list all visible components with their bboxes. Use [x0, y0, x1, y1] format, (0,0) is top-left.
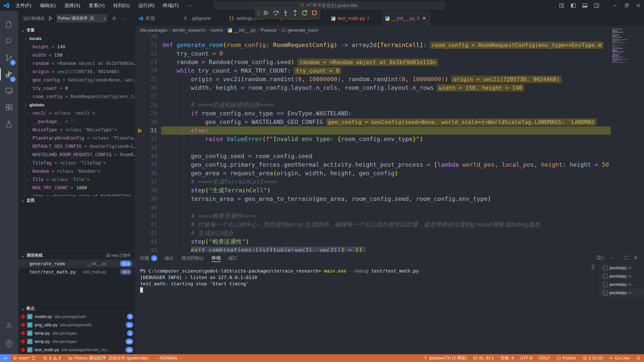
variable-row[interactable]: ›WASTELAND_ROOM_REQUEST_CONFIG = RoomR… [18, 150, 135, 159]
maximize-panel-icon[interactable] [624, 255, 629, 260]
menu-e[interactable]: 编辑(E) [37, 2, 58, 9]
variable-row[interactable]: ›PlanetaryWindConfig = <class 'Planeta… [18, 134, 135, 142]
gear-icon[interactable] [112, 16, 117, 21]
toggle-secondary-sidebar-icon[interactable] [591, 0, 602, 11]
variable-row[interactable]: ›Random = <class 'Random'> [18, 167, 135, 175]
restore-icon[interactable] [621, 0, 632, 11]
debug-step-out-button[interactable] [291, 8, 299, 17]
panel-tab-终端[interactable]: 终端 [212, 255, 221, 262]
call-stack-section-header[interactable]: ⌄调用堆栈 因 step 已暂停 [18, 251, 135, 259]
customize-layout-icon[interactable] [556, 0, 568, 11]
menu-[interactable]: ⋯ [185, 2, 194, 9]
panel-tab-问题[interactable]: 问题3 [140, 255, 157, 262]
minimize-icon[interactable] [609, 0, 621, 11]
breakpoint-checkbox[interactable]: ✓ [27, 347, 32, 352]
tab-close-icon[interactable]: ✕ [422, 16, 426, 21]
toggle-sidebar-icon[interactable] [568, 0, 579, 11]
breadcrumb-item[interactable]: __init__.py [234, 28, 256, 33]
status-author[interactable]: blueloveTH (3 周前) [423, 355, 467, 361]
editor[interactable]: 2021def generate_room(room_config: RoomR… [135, 26, 644, 252]
breadcrumb-item[interactable]: generate_room [288, 28, 318, 33]
watch-section-header[interactable]: ⌄监视 [18, 196, 135, 204]
panel-tab-端口[interactable]: 端口 [228, 255, 237, 262]
variables-section-header[interactable]: ⌄变量 [18, 26, 135, 34]
activity-search-icon[interactable] [0, 34, 18, 48]
terminal-instance[interactable]: >_pocketpyte… [600, 280, 644, 289]
activity-testing-icon[interactable] [0, 117, 18, 131]
remote-indicator[interactable]: >< [0, 354, 11, 362]
panel-tab-输出[interactable]: 输出 [165, 255, 174, 262]
breadcrumb-item[interactable]: Pylance [261, 28, 277, 33]
status-python-version[interactable]: 3.10.10 [583, 356, 603, 361]
activity-remote-explorer-icon[interactable] [0, 84, 18, 98]
debug-toolbar-grip[interactable] [257, 10, 260, 16]
variable-row[interactable]: origin = vec2i(7205730, 9024468) [18, 67, 135, 76]
status-encoding[interactable]: UTF-8 [520, 356, 532, 361]
split-terminal-icon[interactable]: ∨ [597, 255, 605, 260]
toggle-panel-icon[interactable] [579, 0, 591, 11]
debug-stop-button[interactable] [311, 8, 318, 17]
menu-g[interactable]: 转到(G) [111, 2, 132, 9]
variable-row[interactable]: ›DEFAULT_GEO_CONFIG = GeoConfig(seed=1… [18, 142, 135, 150]
breakpoint-row[interactable]: ✓temp.pysite-packages1 [18, 329, 135, 337]
status-branch[interactable]: main* [13, 356, 35, 361]
variable-row[interactable]: height = 140 [18, 42, 135, 51]
tab-__init__.py[interactable]: __init__.py2✕ [382, 11, 431, 26]
variable-row[interactable]: MAX_TRY_COUNT = 1000 [18, 184, 135, 192]
activity-extensions-icon[interactable] [0, 101, 18, 115]
breakpoint-checkbox[interactable]: ✓ [27, 322, 32, 328]
breadcrumb-item[interactable]: terrain_research [172, 28, 205, 33]
variable-row[interactable]: try_count = 0 [18, 84, 135, 92]
variable-row[interactable]: ›room_config = RoomRequestConfig(env_t… [18, 92, 135, 101]
nav-forward-icon[interactable]: → [172, 2, 178, 8]
terminal-instance[interactable]: >_pocketpyte… [600, 264, 644, 272]
breakpoint-row[interactable]: ✓model.pysite-packages\wfc6 [18, 312, 135, 321]
tab-test_math.py[interactable]: test_math.py1 [328, 11, 382, 26]
breakpoint-checkbox[interactable]: ✓ [27, 339, 32, 344]
terminal-scrollbar[interactable] [592, 265, 594, 269]
menu-v[interactable]: 查看(V) [86, 2, 107, 9]
terminal-instance[interactable]: >_pocketpyte… [600, 289, 644, 297]
status-language[interactable]: {}Python [557, 356, 576, 361]
stack-frame[interactable]: generate_room__init__.py31:1 [18, 259, 135, 268]
activity-settings-icon[interactable] [0, 336, 18, 350]
stack-frame[interactable]: test/test_math.pytest_math.py16:1 [18, 268, 135, 276]
breadcrumb-item[interactable]: rooms [210, 28, 223, 33]
terminal[interactable]: PS C:\computer_science\godot-ldtk\site-p… [140, 268, 590, 293]
variable-row[interactable]: ›TileTag = <class 'TileTag'> [18, 159, 135, 167]
tab-.gdignore[interactable]: .gdignore [180, 11, 225, 26]
debug-continue-button[interactable] [262, 8, 270, 17]
activity-accounts-icon[interactable] [0, 319, 18, 333]
breadcrumb-item[interactable]: site-packages [140, 28, 168, 33]
debug-config-dropdown[interactable]: Python 调试程序: 启 ∨ [56, 14, 108, 23]
breakpoint-row[interactable]: ✓png_utils.pysite-packages\wfc11 [18, 321, 135, 329]
breadcrumb[interactable]: site-packages›terrain_research›rooms›__i… [135, 26, 644, 34]
breakpoint-checkbox[interactable]: ✓ [27, 331, 32, 336]
variable-row[interactable]: ›vec2i = <class 'vec2i'> [18, 109, 135, 117]
status-debug-config[interactable]: Python 调试程序: 启动文件 (godot-ldtk) [68, 355, 148, 361]
status-indentation[interactable]: 空格: 4 [500, 355, 514, 361]
breakpoint-row[interactable]: ✓temp.pysite-packages58 [18, 337, 135, 346]
status-go-live[interactable]: Go Live [609, 356, 630, 361]
breakpoint-checkbox[interactable]: ✓ [27, 314, 32, 319]
menu-f[interactable]: 文件(F) [13, 2, 34, 9]
status-eol[interactable]: CRLF [539, 356, 550, 361]
activity-source-control-icon[interactable]: 3 [0, 51, 18, 65]
breakpoints-section-header[interactable]: ⌄断点 [18, 304, 135, 312]
close-icon[interactable] [632, 0, 644, 11]
activity-run-and-debug-icon[interactable]: 1 [0, 67, 18, 81]
command-center-search[interactable]: [扩展开发宿主] godot-ldtk [213, 2, 445, 9]
activity-explorer-icon[interactable] [0, 18, 18, 32]
menu-r[interactable]: 运行(R) [136, 2, 157, 9]
tab-[interactable]: 欢迎 [135, 11, 180, 26]
status-bell-icon[interactable] [636, 356, 640, 360]
menu-s[interactable]: 选择(S) [62, 2, 83, 9]
debug-step-into-button[interactable] [282, 8, 289, 17]
status-cursor-position[interactable]: 行 31, 列 1 [473, 355, 494, 361]
variable-row[interactable]: random = <Random object at 0x1bf9d01e… [18, 59, 135, 67]
variable-row[interactable]: __package__ = '' [18, 117, 135, 125]
variable-row[interactable]: ›NoiseType = <class 'NoiseType'> [18, 125, 135, 134]
debug-start-icon[interactable] [48, 16, 53, 21]
minimap[interactable] [611, 26, 639, 252]
scope-row[interactable]: ⌄globals [18, 101, 135, 109]
